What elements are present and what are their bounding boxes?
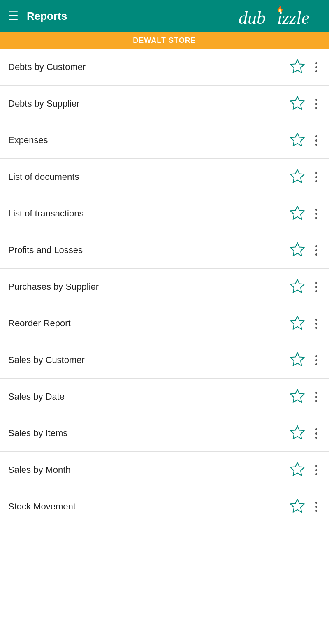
report-actions [289, 168, 321, 186]
report-item: Debts by Customer [0, 49, 329, 86]
report-item: List of transactions [0, 195, 329, 232]
report-actions [289, 461, 321, 479]
report-item: Debts by Supplier [0, 86, 329, 122]
more-options-icon[interactable] [312, 170, 321, 184]
report-actions [289, 95, 321, 113]
more-options-icon[interactable] [312, 134, 321, 147]
report-item: Profits and Losses [0, 232, 329, 269]
report-name: Profits and Losses [8, 245, 289, 256]
dubizzle-logo: 🔥 dub izzle [239, 5, 321, 28]
report-item: Sales by Items [0, 415, 329, 452]
favorite-star-icon[interactable] [289, 241, 306, 259]
svg-text:izzle: izzle [277, 8, 309, 28]
report-item: Reorder Report [0, 305, 329, 342]
report-actions [289, 205, 321, 223]
report-name: List of transactions [8, 208, 289, 219]
report-item: Sales by Customer [0, 342, 329, 379]
svg-marker-7 [290, 206, 304, 219]
report-actions [289, 424, 321, 442]
report-name: Sales by Date [8, 391, 289, 402]
report-actions [289, 498, 321, 516]
favorite-star-icon[interactable] [289, 314, 306, 332]
more-options-icon[interactable] [312, 317, 321, 330]
report-name: Sales by Month [8, 465, 289, 475]
svg-marker-3 [290, 60, 304, 73]
more-options-icon[interactable] [312, 500, 321, 514]
svg-marker-12 [290, 389, 304, 402]
hamburger-menu-icon[interactable]: ☰ [8, 10, 19, 22]
favorite-star-icon[interactable] [289, 278, 306, 296]
favorite-star-icon[interactable] [289, 131, 306, 149]
report-actions [289, 58, 321, 76]
report-actions [289, 131, 321, 149]
favorite-star-icon[interactable] [289, 168, 306, 186]
store-name: DEWALT STORE [133, 36, 196, 44]
svg-marker-9 [290, 279, 304, 293]
report-item: Expenses [0, 122, 329, 159]
svg-marker-4 [290, 96, 304, 109]
report-actions [289, 241, 321, 259]
header-left: ☰ Reports [8, 10, 67, 23]
favorite-star-icon[interactable] [289, 95, 306, 113]
svg-marker-13 [290, 426, 304, 439]
svg-text:dub: dub [239, 8, 266, 28]
svg-marker-10 [290, 316, 304, 329]
more-options-icon[interactable] [312, 280, 321, 294]
page-title: Reports [27, 10, 67, 23]
more-options-icon[interactable] [312, 353, 321, 367]
more-options-icon[interactable] [312, 97, 321, 111]
report-actions [289, 388, 321, 406]
store-banner: DEWALT STORE [0, 32, 329, 49]
favorite-star-icon[interactable] [289, 388, 306, 406]
favorite-star-icon[interactable] [289, 461, 306, 479]
more-options-icon[interactable] [312, 390, 321, 404]
report-name: Stock Movement [8, 501, 289, 512]
svg-marker-11 [290, 353, 304, 366]
svg-marker-15 [290, 499, 304, 512]
logo: 🔥 dub izzle [239, 5, 321, 28]
app-header: ☰ Reports 🔥 dub izzle [0, 0, 329, 32]
more-options-icon[interactable] [312, 207, 321, 221]
report-name: Sales by Customer [8, 355, 289, 365]
favorite-star-icon[interactable] [289, 205, 306, 223]
report-name: Sales by Items [8, 428, 289, 439]
svg-marker-8 [290, 243, 304, 256]
report-name: Debts by Customer [8, 62, 289, 72]
more-options-icon[interactable] [312, 427, 321, 440]
report-actions [289, 351, 321, 369]
favorite-star-icon[interactable] [289, 424, 306, 442]
report-item: Stock Movement [0, 488, 329, 525]
more-options-icon[interactable] [312, 60, 321, 74]
report-item: Sales by Month [0, 452, 329, 488]
more-options-icon[interactable] [312, 463, 321, 477]
report-name: Debts by Supplier [8, 98, 289, 109]
report-item: Sales by Date [0, 379, 329, 415]
svg-marker-14 [290, 463, 304, 476]
favorite-star-icon[interactable] [289, 498, 306, 516]
favorite-star-icon[interactable] [289, 351, 306, 369]
report-name: Purchases by Supplier [8, 281, 289, 292]
report-actions [289, 314, 321, 332]
svg-marker-5 [290, 133, 304, 146]
favorite-star-icon[interactable] [289, 58, 306, 76]
report-item: List of documents [0, 159, 329, 195]
report-item: Purchases by Supplier [0, 269, 329, 305]
report-name: List of documents [8, 172, 289, 182]
report-name: Expenses [8, 135, 289, 146]
svg-marker-6 [290, 170, 304, 183]
report-actions [289, 278, 321, 296]
report-name: Reorder Report [8, 318, 289, 329]
more-options-icon[interactable] [312, 244, 321, 257]
reports-list: Debts by Customer Debts by Supplier Expe… [0, 49, 329, 525]
